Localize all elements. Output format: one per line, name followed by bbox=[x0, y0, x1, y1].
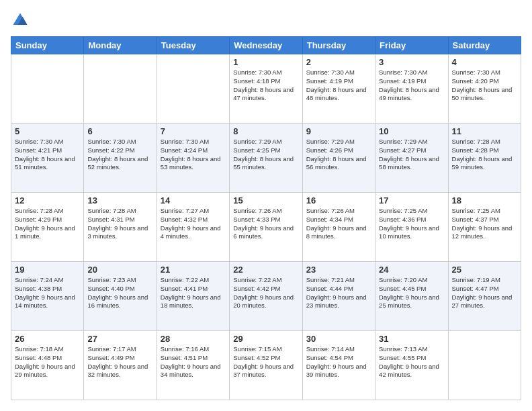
day-number: 7 bbox=[161, 126, 226, 136]
calendar-cell: 23Sunrise: 7:21 AM Sunset: 4:44 PM Dayli… bbox=[302, 262, 375, 331]
calendar-cell: 24Sunrise: 7:20 AM Sunset: 4:45 PM Dayli… bbox=[375, 262, 448, 331]
day-number: 20 bbox=[87, 265, 152, 275]
calendar-cell: 1Sunrise: 7:30 AM Sunset: 4:18 PM Daylig… bbox=[230, 54, 302, 124]
day-info: Sunrise: 7:27 AM Sunset: 4:32 PM Dayligh… bbox=[161, 207, 226, 241]
weekday-header-saturday: Saturday bbox=[448, 37, 521, 54]
day-number: 4 bbox=[452, 57, 517, 67]
day-info: Sunrise: 7:13 AM Sunset: 4:55 PM Dayligh… bbox=[379, 345, 444, 379]
day-number: 31 bbox=[379, 334, 444, 344]
day-info: Sunrise: 7:25 AM Sunset: 4:37 PM Dayligh… bbox=[452, 207, 517, 241]
day-number: 30 bbox=[306, 334, 371, 344]
calendar-cell: 12Sunrise: 7:28 AM Sunset: 4:29 PM Dayli… bbox=[11, 193, 84, 262]
weekday-header-monday: Monday bbox=[84, 37, 157, 54]
weekday-header-thursday: Thursday bbox=[302, 37, 375, 54]
day-info: Sunrise: 7:29 AM Sunset: 4:25 PM Dayligh… bbox=[233, 138, 298, 172]
calendar-cell: 16Sunrise: 7:26 AM Sunset: 4:34 PM Dayli… bbox=[302, 193, 375, 262]
weekday-header-wednesday: Wednesday bbox=[230, 37, 302, 54]
day-info: Sunrise: 7:28 AM Sunset: 4:31 PM Dayligh… bbox=[87, 207, 152, 241]
calendar-cell: 20Sunrise: 7:23 AM Sunset: 4:40 PM Dayli… bbox=[84, 262, 157, 331]
calendar-cell bbox=[11, 54, 84, 124]
day-info: Sunrise: 7:21 AM Sunset: 4:44 PM Dayligh… bbox=[306, 276, 371, 310]
day-info: Sunrise: 7:19 AM Sunset: 4:47 PM Dayligh… bbox=[452, 276, 517, 310]
day-info: Sunrise: 7:30 AM Sunset: 4:24 PM Dayligh… bbox=[161, 138, 226, 172]
day-info: Sunrise: 7:28 AM Sunset: 4:29 PM Dayligh… bbox=[15, 207, 80, 241]
week-row-5: 26Sunrise: 7:18 AM Sunset: 4:48 PM Dayli… bbox=[11, 331, 521, 400]
week-row-1: 1Sunrise: 7:30 AM Sunset: 4:18 PM Daylig… bbox=[11, 54, 521, 124]
calendar-cell: 27Sunrise: 7:17 AM Sunset: 4:49 PM Dayli… bbox=[84, 331, 157, 400]
day-info: Sunrise: 7:30 AM Sunset: 4:18 PM Dayligh… bbox=[233, 68, 298, 103]
calendar-cell bbox=[157, 54, 229, 124]
day-number: 27 bbox=[87, 334, 152, 344]
weekday-header-sunday: Sunday bbox=[11, 37, 84, 54]
day-info: Sunrise: 7:16 AM Sunset: 4:51 PM Dayligh… bbox=[161, 345, 226, 379]
calendar-cell: 17Sunrise: 7:25 AM Sunset: 4:36 PM Dayli… bbox=[375, 193, 448, 262]
page: SundayMondayTuesdayWednesdayThursdayFrid… bbox=[0, 0, 532, 411]
calendar-cell: 30Sunrise: 7:14 AM Sunset: 4:54 PM Dayli… bbox=[302, 331, 375, 400]
day-info: Sunrise: 7:30 AM Sunset: 4:21 PM Dayligh… bbox=[15, 138, 80, 172]
logo bbox=[11, 11, 32, 30]
day-number: 21 bbox=[161, 265, 226, 275]
calendar-cell: 28Sunrise: 7:16 AM Sunset: 4:51 PM Dayli… bbox=[157, 331, 229, 400]
day-info: Sunrise: 7:30 AM Sunset: 4:22 PM Dayligh… bbox=[87, 138, 152, 172]
day-number: 29 bbox=[233, 334, 298, 344]
day-info: Sunrise: 7:24 AM Sunset: 4:38 PM Dayligh… bbox=[15, 276, 80, 310]
calendar-cell: 15Sunrise: 7:26 AM Sunset: 4:33 PM Dayli… bbox=[230, 193, 302, 262]
day-number: 18 bbox=[452, 195, 517, 205]
day-number: 5 bbox=[15, 126, 80, 136]
calendar-cell: 19Sunrise: 7:24 AM Sunset: 4:38 PM Dayli… bbox=[11, 262, 84, 331]
calendar-cell: 7Sunrise: 7:30 AM Sunset: 4:24 PM Daylig… bbox=[157, 124, 229, 193]
day-number: 14 bbox=[161, 195, 226, 205]
week-row-3: 12Sunrise: 7:28 AM Sunset: 4:29 PM Dayli… bbox=[11, 193, 521, 262]
day-info: Sunrise: 7:22 AM Sunset: 4:42 PM Dayligh… bbox=[233, 276, 298, 310]
weekday-header-friday: Friday bbox=[375, 37, 448, 54]
day-number: 22 bbox=[233, 265, 298, 275]
calendar-cell: 21Sunrise: 7:22 AM Sunset: 4:41 PM Dayli… bbox=[157, 262, 229, 331]
day-number: 15 bbox=[233, 195, 298, 205]
day-info: Sunrise: 7:26 AM Sunset: 4:33 PM Dayligh… bbox=[233, 207, 298, 241]
calendar-cell: 6Sunrise: 7:30 AM Sunset: 4:22 PM Daylig… bbox=[84, 124, 157, 193]
calendar-cell: 14Sunrise: 7:27 AM Sunset: 4:32 PM Dayli… bbox=[157, 193, 229, 262]
calendar-cell: 29Sunrise: 7:15 AM Sunset: 4:52 PM Dayli… bbox=[230, 331, 302, 400]
day-number: 6 bbox=[87, 126, 152, 136]
day-info: Sunrise: 7:18 AM Sunset: 4:48 PM Dayligh… bbox=[15, 345, 80, 379]
calendar-cell bbox=[448, 331, 521, 400]
day-number: 23 bbox=[306, 265, 371, 275]
day-info: Sunrise: 7:29 AM Sunset: 4:27 PM Dayligh… bbox=[379, 138, 444, 172]
calendar-cell: 4Sunrise: 7:30 AM Sunset: 4:20 PM Daylig… bbox=[448, 54, 521, 124]
calendar-cell: 11Sunrise: 7:28 AM Sunset: 4:28 PM Dayli… bbox=[448, 124, 521, 193]
calendar-cell: 18Sunrise: 7:25 AM Sunset: 4:37 PM Dayli… bbox=[448, 193, 521, 262]
calendar-cell: 8Sunrise: 7:29 AM Sunset: 4:25 PM Daylig… bbox=[230, 124, 302, 193]
day-info: Sunrise: 7:29 AM Sunset: 4:26 PM Dayligh… bbox=[306, 138, 371, 172]
day-info: Sunrise: 7:15 AM Sunset: 4:52 PM Dayligh… bbox=[233, 345, 298, 379]
day-number: 3 bbox=[379, 57, 444, 67]
day-number: 26 bbox=[15, 334, 80, 344]
calendar-cell: 2Sunrise: 7:30 AM Sunset: 4:19 PM Daylig… bbox=[302, 54, 375, 124]
day-info: Sunrise: 7:30 AM Sunset: 4:20 PM Dayligh… bbox=[452, 68, 517, 103]
calendar-cell: 26Sunrise: 7:18 AM Sunset: 4:48 PM Dayli… bbox=[11, 331, 84, 400]
day-info: Sunrise: 7:23 AM Sunset: 4:40 PM Dayligh… bbox=[87, 276, 152, 310]
day-number: 12 bbox=[15, 195, 80, 205]
day-info: Sunrise: 7:26 AM Sunset: 4:34 PM Dayligh… bbox=[306, 207, 371, 241]
day-number: 16 bbox=[306, 195, 371, 205]
weekday-header-tuesday: Tuesday bbox=[157, 37, 229, 54]
logo-icon bbox=[11, 11, 30, 30]
day-info: Sunrise: 7:14 AM Sunset: 4:54 PM Dayligh… bbox=[306, 345, 371, 379]
day-number: 25 bbox=[452, 265, 517, 275]
day-info: Sunrise: 7:30 AM Sunset: 4:19 PM Dayligh… bbox=[379, 68, 444, 103]
day-number: 28 bbox=[161, 334, 226, 344]
day-number: 10 bbox=[379, 126, 444, 136]
day-info: Sunrise: 7:20 AM Sunset: 4:45 PM Dayligh… bbox=[379, 276, 444, 310]
day-info: Sunrise: 7:30 AM Sunset: 4:19 PM Dayligh… bbox=[306, 68, 371, 103]
day-number: 17 bbox=[379, 195, 444, 205]
day-info: Sunrise: 7:17 AM Sunset: 4:49 PM Dayligh… bbox=[87, 345, 152, 379]
calendar-cell: 5Sunrise: 7:30 AM Sunset: 4:21 PM Daylig… bbox=[11, 124, 84, 193]
calendar-cell: 3Sunrise: 7:30 AM Sunset: 4:19 PM Daylig… bbox=[375, 54, 448, 124]
calendar: SundayMondayTuesdayWednesdayThursdayFrid… bbox=[11, 36, 521, 400]
day-info: Sunrise: 7:28 AM Sunset: 4:28 PM Dayligh… bbox=[452, 138, 517, 172]
calendar-cell: 10Sunrise: 7:29 AM Sunset: 4:27 PM Dayli… bbox=[375, 124, 448, 193]
day-number: 24 bbox=[379, 265, 444, 275]
day-number: 19 bbox=[15, 265, 80, 275]
calendar-cell: 25Sunrise: 7:19 AM Sunset: 4:47 PM Dayli… bbox=[448, 262, 521, 331]
day-number: 8 bbox=[233, 126, 298, 136]
calendar-cell: 31Sunrise: 7:13 AM Sunset: 4:55 PM Dayli… bbox=[375, 331, 448, 400]
